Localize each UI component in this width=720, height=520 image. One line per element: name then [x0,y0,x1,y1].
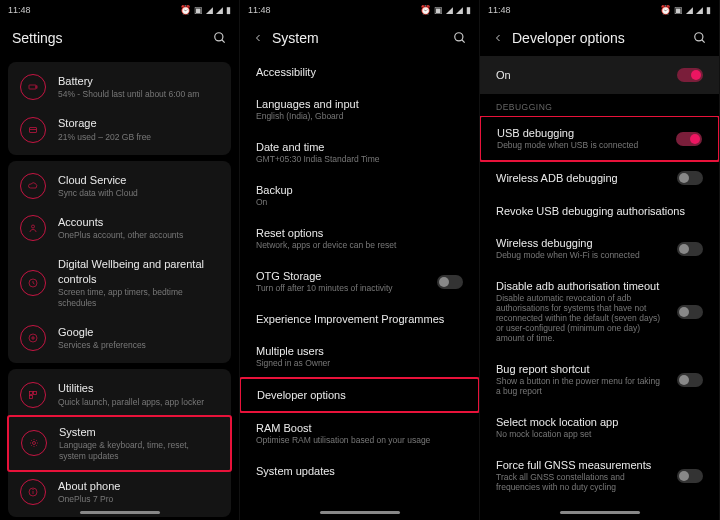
back-icon[interactable] [252,32,262,44]
dev-item[interactable]: Disable adb authorisation timeoutDisable… [480,270,719,353]
status-bar: 11:48 ⏰▣◢◢▮ [240,0,479,20]
settings-item-account[interactable]: AccountsOnePlus account, other accounts [8,207,231,249]
on-label: On [496,69,511,81]
system-item[interactable]: Date and timeGMT+05:30 India Standard Ti… [240,131,479,174]
settings-item-utilities[interactable]: UtilitiesQuick launch, parallel apps, ap… [8,373,231,415]
dev-item[interactable]: Wireless debuggingDebug mode when Wi-Fi … [480,227,719,270]
system-icon [21,430,47,456]
item-sub: Track all GNSS constellations and freque… [496,472,667,492]
system-item[interactable]: Reset optionsNetwork, apps or device can… [240,217,479,260]
item-title: Revoke USB debugging authorisations [496,205,703,217]
item-title: System updates [256,465,463,477]
item-title: About phone [58,479,219,493]
status-bar: 11:48 ⏰▣◢◢▮ [480,0,719,20]
search-icon[interactable] [453,31,467,45]
item-title: Backup [256,184,463,196]
settings-item-cloud[interactable]: Cloud ServiceSync data with Cloud [8,165,231,207]
clock: 11:48 [488,5,511,15]
about-icon [20,479,46,505]
item-sub: GMT+05:30 India Standard Time [256,154,463,164]
item-sub: Optimise RAM utilisation based on your u… [256,435,463,445]
toggle[interactable] [677,305,703,319]
svg-rect-11 [30,395,33,398]
svg-point-6 [32,225,35,228]
item-sub: Screen time, app timers, bedtime schedul… [58,287,219,309]
header: Developer options [480,20,719,56]
system-item[interactable]: System updates [240,455,479,487]
svg-line-19 [702,40,705,43]
settings-item-battery[interactable]: Battery54% - Should last until about 6:0… [8,66,231,108]
settings-item-storage[interactable]: Storage21% used – 202 GB free [8,108,231,150]
system-list: AccessibilityLanguages and inputEnglish … [240,56,479,520]
dev-item[interactable]: Bug report shortcutShow a button in the … [480,353,719,406]
nav-indicator[interactable] [320,511,400,514]
back-icon[interactable] [492,32,502,44]
toggle[interactable] [676,132,702,146]
item-title: Battery [58,74,219,88]
dev-item[interactable]: USB debuggingDebug mode when USB is conn… [480,116,719,162]
toggle[interactable] [677,242,703,256]
google-icon [20,325,46,351]
item-title: Google [58,325,219,339]
dev-item[interactable]: Force full GNSS measurementsTrack all GN… [480,449,719,502]
svg-point-18 [695,33,703,41]
item-sub: 21% used – 202 GB free [58,132,219,143]
toggle[interactable] [677,171,703,185]
nav-indicator[interactable] [560,511,640,514]
nav-indicator[interactable] [80,511,160,514]
settings-item-wellbeing[interactable]: Digital Wellbeing and parental controlsS… [8,249,231,317]
toggle[interactable] [677,373,703,387]
svg-point-15 [33,490,34,491]
dev-item[interactable]: Wireless ADB debugging [480,161,719,195]
system-item[interactable]: OTG StorageTurn off after 10 minutes of … [240,260,479,303]
toggle[interactable] [437,275,463,289]
master-toggle-row[interactable]: On [480,56,719,94]
cloud-icon [20,173,46,199]
system-item[interactable]: Languages and inputEnglish (India), Gboa… [240,88,479,131]
system-item[interactable]: Developer options [240,377,479,413]
dev-item[interactable]: Select mock location appNo mock location… [480,406,719,449]
item-title: Digital Wellbeing and parental controls [58,257,219,286]
system-item[interactable]: Experience Improvement Programmes [240,303,479,335]
item-title: Wireless ADB debugging [496,172,667,184]
system-item[interactable]: RAM BoostOptimise RAM utilisation based … [240,412,479,455]
system-item[interactable]: Accessibility [240,56,479,88]
page-title: Developer options [512,30,683,46]
item-sub: Disable automatic revocation of adb auth… [496,293,667,343]
svg-point-0 [215,33,223,41]
status-icons: ⏰▣◢◢▮ [420,5,471,15]
item-sub: On [256,197,463,207]
search-icon[interactable] [693,31,707,45]
storage-icon [20,117,46,143]
svg-rect-3 [36,86,37,88]
battery-icon [20,74,46,100]
clock: 11:48 [248,5,271,15]
toggle[interactable] [677,469,703,483]
item-title: Wireless debugging [496,237,667,249]
item-title: USB debugging [497,127,666,139]
item-sub: Language & keyboard, time, reset, system… [59,440,218,462]
dev-item[interactable]: Revoke USB debugging authorisations [480,195,719,227]
item-sub: Sync data with Cloud [58,188,219,199]
item-title: Accounts [58,215,219,229]
settings-panel: 11:48 ⏰▣◢◢▮ Settings Battery54% - Should… [0,0,240,520]
settings-item-google[interactable]: GoogleServices & preferences [8,317,231,359]
settings-item-about[interactable]: About phoneOnePlus 7 Pro [8,471,231,513]
svg-rect-2 [29,85,36,89]
item-sub: 54% - Should last until about 6:00 am [58,89,219,100]
status-icons: ⏰▣◢◢▮ [180,5,231,15]
section-debugging: DEBUGGING [480,94,719,116]
header: System [240,20,479,56]
system-item[interactable]: BackupOn [240,174,479,217]
item-title: Force full GNSS measurements [496,459,667,471]
item-title: Accessibility [256,66,463,78]
wellbeing-icon [20,270,46,296]
search-icon[interactable] [213,31,227,45]
settings-item-system[interactable]: SystemLanguage & keyboard, time, reset, … [7,415,232,472]
item-sub: OnePlus account, other accounts [58,230,219,241]
item-sub: English (India), Gboard [256,111,463,121]
item-title: Select mock location app [496,416,703,428]
master-toggle[interactable] [677,68,703,82]
item-title: System [59,425,218,439]
system-item[interactable]: Multiple usersSigned in as Owner [240,335,479,378]
